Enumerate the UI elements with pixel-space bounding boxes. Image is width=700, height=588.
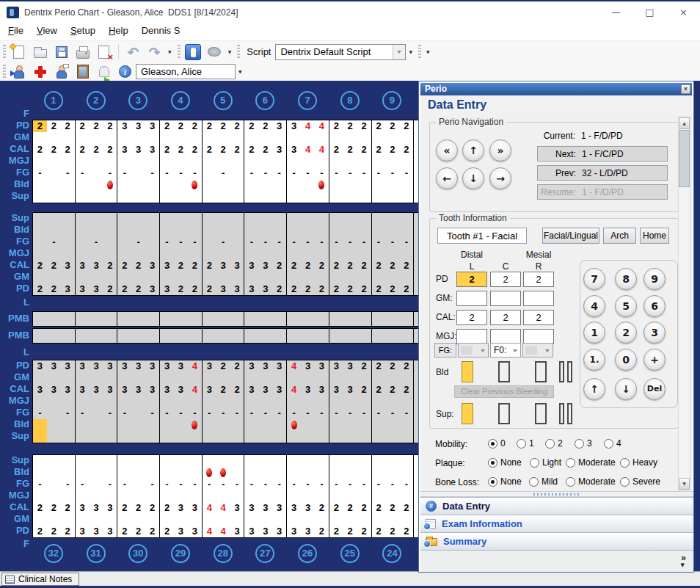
nav-left-button[interactable]: ← xyxy=(436,167,458,189)
site-cal[interactable]: 2 xyxy=(174,144,188,156)
site-mgj[interactable] xyxy=(329,490,343,502)
site-gm[interactable] xyxy=(117,372,131,384)
radio-label[interactable]: None xyxy=(500,457,522,468)
site-gm[interactable] xyxy=(372,372,386,384)
site-sup[interactable] xyxy=(357,213,371,225)
pmb-cell[interactable] xyxy=(203,312,245,326)
site-mgj[interactable] xyxy=(258,156,272,167)
site-pd[interactable]: 3 xyxy=(76,283,90,295)
site-gm[interactable] xyxy=(216,272,230,283)
site-mgj[interactable] xyxy=(343,396,357,407)
radio-plaque-moderate[interactable] xyxy=(566,458,575,468)
site-sup[interactable] xyxy=(287,213,301,225)
site-gm[interactable] xyxy=(272,272,286,283)
site-mgj[interactable] xyxy=(47,248,61,260)
site-cal[interactable]: 2 xyxy=(117,502,131,514)
site-mgj[interactable] xyxy=(117,156,131,167)
site-fg[interactable] xyxy=(203,167,216,179)
site-gm[interactable] xyxy=(245,514,259,526)
site-cal[interactable]: 3 xyxy=(272,384,286,396)
site-fg[interactable]: - xyxy=(301,236,315,248)
site-pd[interactable]: 2 xyxy=(131,526,145,537)
site-gm[interactable] xyxy=(385,132,399,144)
keypad-0-button[interactable]: 0 xyxy=(615,349,637,371)
site-cal[interactable]: 3 xyxy=(61,384,75,396)
site-mgj[interactable] xyxy=(343,156,357,167)
site-fg[interactable]: - xyxy=(329,479,343,490)
bld-box-center[interactable] xyxy=(498,361,510,382)
site-gm[interactable] xyxy=(343,514,357,526)
site-fg[interactable]: - xyxy=(357,236,371,248)
tooth-number-1[interactable]: 1 xyxy=(44,91,63,110)
site-mgj[interactable] xyxy=(399,248,413,260)
site-mgj[interactable] xyxy=(329,396,343,407)
site-gm[interactable] xyxy=(301,514,315,526)
site-bld[interactable] xyxy=(203,225,216,236)
site-fg[interactable]: - xyxy=(230,407,244,419)
site-gm[interactable] xyxy=(357,372,371,384)
site-mgj[interactable] xyxy=(216,248,230,260)
pmb-cell[interactable] xyxy=(33,329,76,343)
site-fg[interactable]: - xyxy=(357,407,371,419)
site-mgj[interactable] xyxy=(174,490,188,502)
site-gm[interactable] xyxy=(203,514,216,526)
site-bld[interactable] xyxy=(385,179,399,191)
pmb-cell[interactable] xyxy=(203,329,245,343)
script-combo-arrow[interactable] xyxy=(393,45,405,59)
tooth-column[interactable]: -233233 xyxy=(203,213,245,295)
site-sup[interactable] xyxy=(399,431,413,443)
site-mgj[interactable] xyxy=(357,490,371,502)
site-fg[interactable]: - xyxy=(174,236,188,248)
site-gm[interactable] xyxy=(103,272,117,283)
site-pd[interactable]: 2 xyxy=(33,526,47,537)
site-sup[interactable] xyxy=(399,455,413,467)
site-bld[interactable] xyxy=(343,467,357,479)
site-bld[interactable] xyxy=(399,225,413,236)
site-cal[interactable]: 2 xyxy=(372,260,386,272)
tooth-column[interactable]: ---322322 xyxy=(160,213,203,295)
gm-input-center[interactable] xyxy=(490,291,521,306)
tooth-column[interactable]: ---332332 xyxy=(287,455,329,537)
site-mgj[interactable] xyxy=(287,248,301,260)
arch-button[interactable]: Arch xyxy=(603,228,636,244)
site-pd[interactable]: 2 xyxy=(47,120,61,132)
tooth-number-24[interactable]: 24 xyxy=(382,544,401,563)
site-bld[interactable] xyxy=(258,419,272,431)
site-pd[interactable]: 2 xyxy=(372,526,386,537)
site-mgj[interactable] xyxy=(385,248,399,260)
site-fg[interactable]: - xyxy=(315,479,329,490)
site-fg[interactable] xyxy=(131,479,145,490)
site-mgj[interactable] xyxy=(385,396,399,407)
site-fg[interactable]: - xyxy=(258,236,272,248)
site-pd[interactable]: 3 xyxy=(174,360,188,372)
site-gm[interactable] xyxy=(315,372,329,384)
site-pd[interactable]: 2 xyxy=(329,283,343,295)
site-mgj[interactable] xyxy=(33,490,47,502)
site-fg[interactable]: - xyxy=(245,407,259,419)
site-mgj[interactable] xyxy=(230,248,244,260)
site-mgj[interactable] xyxy=(315,248,329,260)
site-cal[interactable]: 2 xyxy=(315,502,329,514)
site-gm[interactable] xyxy=(174,132,188,144)
site-pd[interactable]: 3 xyxy=(216,283,230,295)
site-fg[interactable]: - xyxy=(216,236,230,248)
site-bld[interactable] xyxy=(399,179,413,191)
site-bld[interactable] xyxy=(145,467,159,479)
site-bld[interactable] xyxy=(188,467,202,479)
tooth-column[interactable]: ---332332 xyxy=(245,213,288,295)
site-pd[interactable]: 2 xyxy=(61,526,75,537)
site-fg[interactable]: - xyxy=(301,167,315,179)
site-pd[interactable]: 2 xyxy=(372,283,386,295)
site-bld[interactable] xyxy=(145,419,159,431)
site-cal[interactable]: 2 xyxy=(343,144,357,156)
site-gm[interactable] xyxy=(301,372,315,384)
toolbar-grip[interactable] xyxy=(237,45,240,59)
site-sup[interactable] xyxy=(203,431,216,443)
tooth-column[interactable]: ---222222 xyxy=(372,213,415,295)
site-bld[interactable] xyxy=(117,467,131,479)
site-cal[interactable]: 3 xyxy=(230,260,244,272)
site-fg[interactable]: - xyxy=(188,407,202,419)
site-pd[interactable]: 3 xyxy=(230,526,244,537)
site-bld[interactable] xyxy=(33,179,47,191)
site-sup[interactable] xyxy=(230,191,244,203)
